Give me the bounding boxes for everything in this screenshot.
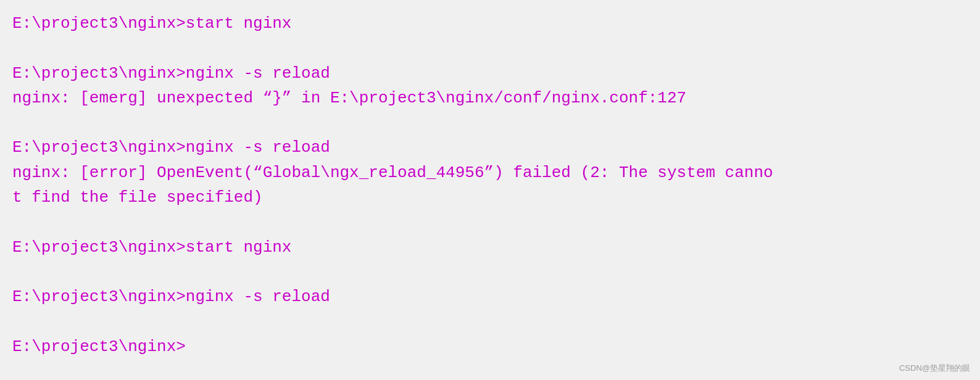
watermark: CSDN@垫星翔的眼 xyxy=(899,363,970,374)
terminal-line-7: nginx: [error] OpenEvent(“Global\ngx_rel… xyxy=(12,160,968,185)
terminal-content: E:\project3\nginx>start nginx E:\project… xyxy=(12,11,968,359)
terminal-line-4: nginx: [emerg] unexpected “}” in E:\proj… xyxy=(12,86,968,110)
terminal-line-14: E:\project3\nginx> xyxy=(12,334,968,359)
terminal-line-empty-2 xyxy=(12,110,968,135)
terminal-line-empty-1 xyxy=(12,36,968,60)
terminal-line-3: E:\project3\nginx>nginx -s reload xyxy=(12,61,968,86)
terminal-line-10: E:\project3\nginx>start nginx xyxy=(12,235,968,260)
terminal-line-empty-5 xyxy=(12,310,968,334)
terminal-line-8: t find the file specified) xyxy=(12,185,968,210)
terminal-line-empty-4 xyxy=(12,260,968,284)
terminal-line-empty-3 xyxy=(12,210,968,234)
terminal-line-6: E:\project3\nginx>nginx -s reload xyxy=(12,135,968,160)
terminal-window: E:\project3\nginx>start nginx E:\project… xyxy=(0,0,980,380)
terminal-line-12: E:\project3\nginx>nginx -s reload xyxy=(12,284,968,309)
terminal-line-1: E:\project3\nginx>start nginx xyxy=(12,11,968,36)
